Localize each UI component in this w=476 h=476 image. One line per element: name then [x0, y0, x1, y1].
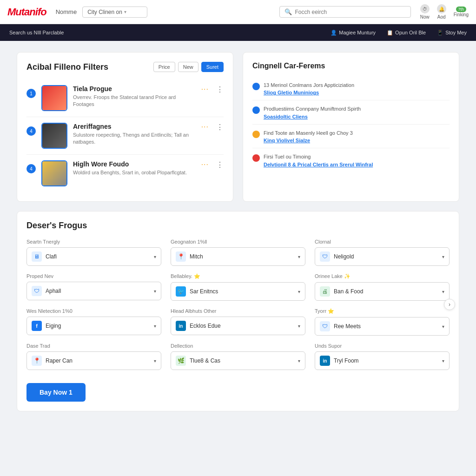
filter-select[interactable]: in Tryl Foom ▾: [315, 351, 450, 370]
listing-dots[interactable]: ···: [201, 123, 209, 131]
filter-select[interactable]: 🐦 Sar Enitncs ▾: [171, 282, 305, 301]
shield-icon: 🛡: [320, 251, 330, 262]
listing-image: [41, 123, 67, 149]
channel-link[interactable]: Kinq Violivel Sialze: [264, 138, 353, 143]
listing-title: Higlh Wore Foudo: [73, 160, 196, 168]
listing-more-icon[interactable]: ⋮: [216, 85, 224, 94]
filter-grid-wrapper: Seartn Tnergly 🖥 Clafi ▾ Geognaton 1%ll …: [26, 239, 450, 370]
main-content: Acibal Filleno Filters Price New Suret 1…: [6, 41, 470, 432]
twitter-icon: 🐦: [176, 286, 186, 297]
filter-select-inner: 🛡 Neligold: [320, 251, 354, 262]
location-text: City Clinen on: [87, 9, 122, 15]
chevron-down-icon: ▾: [298, 254, 300, 259]
channel-text: Firsi Tuel ou Timoing: [264, 154, 311, 159]
listings-title: Acibal Filleno Filters: [26, 62, 108, 72]
filter-select-inner: f Eiging: [32, 321, 61, 331]
channel-link[interactable]: Soasidoltic Cliens: [264, 114, 361, 119]
filter-section: Deser's Frogus Seartn Tnergly 🖥 Clafi ▾: [17, 211, 459, 411]
header-location[interactable]: City Clinen on ▾: [82, 7, 147, 18]
filter-select-inner: 🐦 Sar Enitncs: [176, 286, 218, 297]
bay-now-button[interactable]: Bay Now 1: [26, 383, 86, 402]
channel-text: Find Toote an Masenly Heell go Choy 3: [264, 130, 353, 136]
channel-dot-icon: [252, 154, 260, 162]
status-badge: 7th: [456, 7, 467, 12]
filter-select-inner: in Ecklos Edue: [176, 321, 221, 331]
listing-title: Tiela Progue: [73, 85, 196, 93]
select-value: Ecklos Edue: [190, 323, 221, 329]
header-search-bar[interactable]: 🔍: [279, 6, 410, 18]
listing-title: Areriffagnes: [73, 123, 196, 130]
listing-img-content: [42, 86, 66, 110]
notification-button[interactable]: 🔔 Aod: [437, 4, 446, 20]
filter-select-inner: 📍 Raper Can: [32, 356, 73, 366]
next-arrow-button[interactable]: ›: [444, 299, 455, 310]
listing-more-icon[interactable]: ⋮: [216, 160, 224, 169]
filter-select-inner: 🌿 Tlue8 & Cas: [176, 356, 220, 366]
filter-select-inner: 🛡 Aphall: [32, 286, 61, 296]
chevron-down-icon: ▾: [442, 358, 444, 364]
chevron-down-icon: ▾: [154, 289, 156, 294]
filter-label: Bellabley. ⭐: [171, 273, 305, 279]
bell-icon: 🔔: [437, 4, 446, 13]
listing-dots[interactable]: ···: [201, 160, 209, 169]
chevron-down-icon: ▾: [298, 324, 300, 329]
channel-item: Prodluestiims Connpany Muniftmord Spirth…: [252, 100, 450, 124]
filter-select[interactable]: 🛡 Neligold ▾: [315, 247, 450, 266]
suret-button[interactable]: Suret: [201, 62, 224, 72]
listing-info: Higlh Wore Foudo Woldird ura Benghts, Sr…: [73, 160, 196, 176]
filter-group-wes: Wes Nletection 1%0 f Eiging ▾: [26, 308, 161, 336]
select-value: Raper Can: [46, 357, 73, 364]
navbar-brand: Search us NIll Parclable: [9, 30, 64, 35]
filter-select-inner: 📍 Mitch: [176, 251, 203, 262]
navbar-link-1[interactable]: 👤 Magiee Muntury: [331, 30, 376, 36]
select-value: Aphall: [46, 288, 61, 294]
chevron-down-icon: ▾: [124, 9, 126, 14]
navbar-link-2[interactable]: 📋 Opun Oril Ble: [387, 30, 426, 36]
filter-title: Deser's Frogus: [26, 221, 450, 231]
logo: Mutanifo: [7, 6, 46, 18]
filter-group-bella: Bellabley. ⭐ 🐦 Sar Enitncs ▾: [171, 273, 305, 301]
filter-label: Seartn Tnergly: [26, 239, 161, 245]
listing-item: 4 Higlh Wore Foudo Woldird ura Benghts, …: [26, 155, 224, 192]
user-icon: 👤: [331, 30, 337, 36]
filter-group-hlead: Hlead Albhuts Other in Ecklos Edue ▾: [171, 308, 305, 336]
channel-dot-icon: [252, 83, 260, 90]
listing-more-icon[interactable]: ⋮: [216, 123, 224, 132]
navbar: Search us NIll Parclable 👤 Magiee Muntur…: [0, 24, 476, 41]
profile-button[interactable]: 7th Finking: [454, 7, 469, 17]
channel-link[interactable]: Sliog Gletio Muniniogs: [264, 90, 354, 95]
button-row: Bay Now 1: [26, 379, 450, 402]
filter-select[interactable]: 📍 Mitch ▾: [171, 247, 305, 266]
channel-link[interactable]: Delvtionil 8 & Prical Clertis arn Srerul…: [264, 162, 373, 167]
header-actions: ⏱ Now 🔔 Aod 7th Finking: [420, 4, 469, 20]
listing-dots[interactable]: ···: [201, 85, 209, 93]
filter-select[interactable]: 🛡 Aphall ▾: [26, 282, 161, 300]
filter-select[interactable]: in Ecklos Edue ▾: [171, 317, 305, 335]
header-nome: Nomme: [56, 8, 77, 15]
filter-select[interactable]: f Eiging ▾: [26, 317, 161, 335]
now-button[interactable]: ⏱ Now: [420, 4, 430, 20]
linkedin-icon: in: [320, 356, 330, 366]
filter-select[interactable]: 🛡 Ree Meets ▾: [315, 317, 450, 336]
filter-label: Proped Nev: [26, 273, 161, 279]
channel-title: Cingnell Car-Ferems: [252, 62, 450, 70]
select-value: Clafi: [46, 253, 57, 260]
pin-icon: 📍: [32, 356, 42, 366]
navbar-links: 👤 Magiee Muntury 📋 Opun Oril Ble 📱 Stoy …: [331, 30, 467, 36]
filter-select[interactable]: 📍 Raper Can ▾: [26, 351, 161, 370]
channel-item: Find Toote an Masenly Heell go Choy 3 Ki…: [252, 125, 450, 148]
filter-select[interactable]: 🌿 Tlue8 & Cas ▾: [171, 351, 305, 370]
new-button[interactable]: New: [178, 62, 198, 72]
listing-desc: Overrev. Froops the Statecal tarand Pric…: [73, 94, 196, 108]
select-value: Tlue8 & Cas: [190, 357, 220, 364]
price-button[interactable]: Price: [153, 62, 175, 72]
search-input[interactable]: [295, 9, 405, 15]
top-section: Acibal Filleno Filters Price New Suret 1…: [17, 52, 459, 211]
chevron-down-icon: ▾: [154, 254, 156, 259]
filter-select[interactable]: 🖨 Ban & Food ▾: [315, 282, 450, 301]
filter-group-clornal: Clornal 🛡 Neligold ▾: [315, 239, 450, 266]
channel-dot-icon: [252, 131, 260, 138]
navbar-link-3[interactable]: 📱 Stoy Mey: [437, 30, 467, 36]
chevron-down-icon: ▾: [442, 289, 444, 294]
filter-select[interactable]: 🖥 Clafi ▾: [26, 247, 161, 266]
